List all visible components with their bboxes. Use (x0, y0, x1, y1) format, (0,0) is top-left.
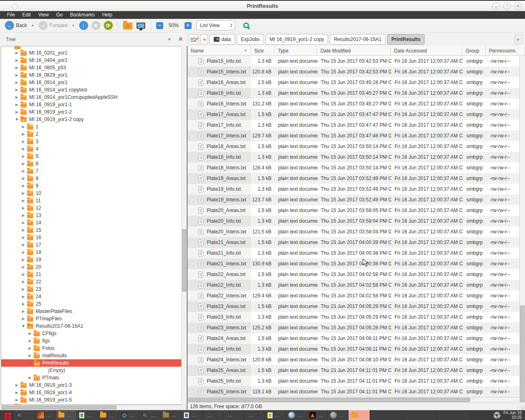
tree-item-mi-16-0829-yor1[interactable]: ▶MI 16_0829_yor1 (1, 71, 186, 79)
tree-item-mi-16-0914-yor1[interactable]: ▶MI 16_0914_yor1 (1, 79, 186, 86)
taskbar-item-folder-brown[interactable]: ... (160, 410, 181, 420)
taskbar-item-folder[interactable]: ... (98, 410, 119, 420)
path-scroll-right-button[interactable]: ▶ (514, 34, 523, 44)
menu-item-edit[interactable]: Edit (18, 11, 34, 19)
tree-vertical-scrollbar[interactable] (181, 46, 187, 405)
taskbar-item-app-blue[interactable]: ... (286, 410, 307, 420)
up-button[interactable]: ↑ (78, 20, 90, 31)
shutter-tray-icon[interactable] (493, 412, 500, 419)
expander-collapsed-icon[interactable]: ▶ (21, 221, 26, 225)
taskbar-item-calc[interactable]: ... (77, 410, 98, 420)
expander-collapsed-icon[interactable]: ▶ (21, 265, 26, 269)
table-row[interactable]: Plate17_Info.txt1.3 kBplain text documen… (187, 120, 519, 130)
sidebar-close-icon[interactable]: ✕ (178, 36, 183, 42)
taskbar-empty-slot[interactable] (403, 410, 437, 420)
tree-item-empty[interactable]: (Empty) (1, 367, 186, 374)
expander-collapsed-icon[interactable]: ▶ (21, 162, 26, 166)
tree-item-13[interactable]: ▶13 (1, 212, 186, 219)
taskbar-item-image-viewer[interactable]: ... (119, 410, 139, 420)
tree-item-3[interactable]: ▶3 (1, 138, 186, 145)
taskbar-item-folder[interactable] (349, 410, 370, 420)
tree-item-2[interactable]: ▶2 (1, 130, 186, 138)
expander-collapsed-icon[interactable]: ▶ (21, 206, 26, 210)
table-row[interactable]: Plate18_Info.txt1.3 kBplain text documen… (187, 152, 519, 162)
zoom-out-button[interactable]: − (155, 20, 165, 31)
column-header-date-accessed[interactable]: Date Accessed (391, 46, 463, 55)
expander-collapsed-icon[interactable]: ▶ (21, 147, 26, 151)
expander-collapsed-icon[interactable]: ▶ (21, 228, 26, 232)
table-row[interactable]: Plate23_Intens.txt125.2 kBplain text doc… (187, 322, 519, 333)
breadcrumb-expjobs[interactable]: ExpJobs (237, 34, 264, 45)
expander-collapsed-icon[interactable]: ▶ (21, 199, 26, 203)
expander-collapsed-icon[interactable]: ▶ (21, 176, 26, 180)
expander-collapsed-icon[interactable]: ▶ (21, 235, 26, 240)
tree-item-24[interactable]: ▶24 (1, 293, 186, 300)
table-row[interactable]: Plate24_Info.txt1.3 kBplain text documen… (187, 344, 519, 354)
scrollbar-thumb[interactable] (182, 229, 186, 292)
breadcrumb-mi-16-0919-yor1-2-copy[interactable]: MI 16_0919_yor1-2 copy (265, 34, 328, 45)
scrollbar-thumb[interactable] (2, 406, 116, 409)
taskbar-item-terminal[interactable]: >_... (139, 410, 160, 420)
expander-collapsed-icon[interactable]: ▶ (21, 243, 26, 247)
tree-item-printresults[interactable]: ▼PrintResults (1, 359, 186, 367)
tree-item-mi-16-0919-yor1-2-copy[interactable]: ▼MI 16_0919_yor1-2 copy (1, 116, 186, 123)
tree-item-cffigs[interactable]: ▶CFfigs (1, 330, 186, 337)
table-row[interactable]: Plate25_Intens.txt119.1 kBplain text doc… (187, 386, 519, 397)
table-row[interactable]: Plate24_Intens.txt120.6 kBplain text doc… (187, 354, 519, 365)
taskbar-item-firefox[interactable]: ... (244, 410, 265, 420)
tree-item-5[interactable]: ▶5 (1, 153, 186, 160)
forward-button[interactable]: → Forward (37, 20, 69, 31)
table-row[interactable]: Plate22_Areas.txt1.5 kBplain text docume… (187, 269, 519, 280)
expander-expanded-icon[interactable]: ▼ (14, 117, 19, 121)
stop-button[interactable]: ✕ (90, 20, 102, 31)
table-row[interactable]: Plate18_Intens.txt128.4 kBplain text doc… (187, 162, 519, 173)
expander-collapsed-icon[interactable]: ▶ (21, 125, 26, 129)
expander-collapsed-icon[interactable]: ▶ (21, 154, 26, 158)
expander-collapsed-icon[interactable]: ▶ (14, 80, 19, 84)
tree-item-14[interactable]: ▶14 (1, 219, 186, 226)
scrollbar-thumb[interactable] (188, 398, 470, 402)
tree-horizontal-scrollbar[interactable] (1, 405, 187, 410)
table-row[interactable]: Plate19_Intens.txt123.7 kBplain text doc… (187, 194, 519, 205)
menu-item-view[interactable]: View (34, 11, 52, 19)
tree-item-matresults[interactable]: ▶matResults (1, 352, 186, 359)
expander-collapsed-icon[interactable]: ▶ (21, 132, 26, 136)
column-header-date-modified[interactable]: Date Modified (317, 46, 390, 55)
expander-collapsed-icon[interactable]: ▶ (21, 272, 26, 276)
table-row[interactable]: Plate20_Info.txt1.3 kBplain text documen… (187, 216, 519, 226)
taskbar-item-firefox[interactable]: ... (223, 410, 244, 420)
expander-collapsed-icon[interactable]: ▶ (21, 294, 26, 299)
expander-collapsed-icon[interactable]: ▶ (21, 139, 26, 144)
breadcrumb-printresults[interactable]: PrintResults (387, 34, 425, 45)
table-row[interactable]: Plate21_Intens.txt130.9 kBplain text doc… (187, 258, 519, 269)
expander-collapsed-icon[interactable]: ▶ (27, 331, 32, 336)
tree-item-4[interactable]: ▶4 (1, 145, 186, 153)
tree-item-1[interactable]: ▶1 (1, 123, 186, 130)
tree-item-ptmapfiles[interactable]: ▶PTmapFiles (1, 315, 186, 322)
taskbar-item-firefox[interactable]: ... (202, 410, 223, 420)
computer-button[interactable] (134, 20, 148, 31)
tree-item-mi-16-0919-yor1-4[interactable]: ▶MI 16_0919_yor1-4 (1, 389, 186, 396)
taskbar-item-folder[interactable]: ... (56, 410, 77, 420)
list-horizontal-scrollbar[interactable] (187, 397, 519, 402)
table-row[interactable]: Plate25_Areas.txt1.5 kBplain text docume… (187, 365, 519, 376)
expander-collapsed-icon[interactable]: ▶ (14, 58, 19, 62)
expander-expanded-icon[interactable]: ▼ (27, 361, 32, 365)
expander-collapsed-icon[interactable]: ▶ (14, 110, 19, 114)
clock[interactable]: Fri Jun 1610:26 (504, 411, 522, 420)
expander-collapsed-icon[interactable]: ▶ (27, 354, 32, 358)
resize-grip[interactable] (520, 406, 525, 410)
tree-item-12[interactable]: ▶12 (1, 204, 186, 212)
tree-item-19[interactable]: ▶19 (1, 256, 186, 263)
view-mode-select[interactable]: List View ▲▼ (196, 21, 235, 30)
list-vertical-scrollbar[interactable] (519, 56, 525, 402)
breadcrumb-results2017-06-15a1[interactable]: Results2017-06-15A1 (330, 34, 386, 45)
expander-expanded-icon[interactable]: ▼ (21, 324, 26, 328)
expander-collapsed-icon[interactable]: ▶ (14, 95, 19, 99)
expander-collapsed-icon[interactable]: ▶ (14, 398, 19, 402)
expander-collapsed-icon[interactable]: ▶ (14, 73, 19, 77)
tree-item-mi-16-0914-yor1-copytest[interactable]: ▶MI 16_0914_yor1 copytest (1, 86, 186, 94)
tree-item-11[interactable]: ▶11 (1, 197, 186, 204)
tree-item-figs[interactable]: ▶figs (1, 337, 186, 345)
expander-collapsed-icon[interactable]: ▶ (14, 66, 19, 70)
